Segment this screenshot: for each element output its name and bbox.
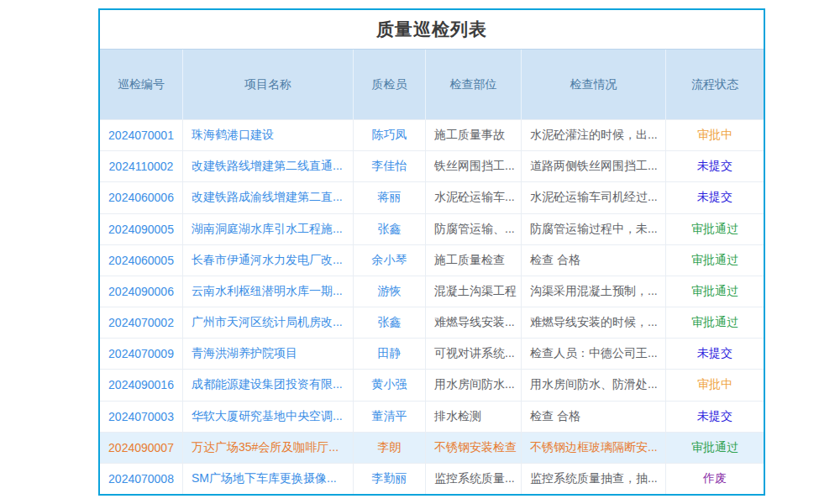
inspection-id-link[interactable]: 2024060006 [100,182,183,213]
inspection-id-link[interactable]: 2024070002 [100,307,183,338]
inspection-detail: 检查人员：中德公司王... [522,339,666,369]
inspection-part: 可视对讲系统... [426,339,522,369]
table-row[interactable]: 2024090016 成都能源建设集团投资有限... 黄小强 用水房间防水...… [100,369,764,400]
project-name-link[interactable]: 长春市伊通河水力发电厂改... [183,245,354,276]
inspection-id-link[interactable]: 2024090007 [100,433,183,463]
table-body: 2024070001 珠海鹤港口建设 陈巧凤 施工质量事故 水泥砼灌注的时候，出… [100,119,764,494]
inspection-detail: 不锈钢边框玻璃隔断安... [522,433,666,463]
table-row[interactable]: 2024070001 珠海鹤港口建设 陈巧凤 施工质量事故 水泥砼灌注的时候，出… [100,119,764,150]
inspection-id-link[interactable]: 2024070008 [100,464,183,494]
table-row[interactable]: 2024070009 青海洪湖养护院项目 田静 可视对讲系统... 检查人员：中… [100,338,764,369]
project-name-link[interactable]: 青海洪湖养护院项目 [183,339,354,369]
inspection-detail: 水泥砼运输车司机经过... [522,182,666,213]
inspection-id-link[interactable]: 2024090016 [100,370,183,400]
inspection-part: 铁丝网围挡工... [426,151,522,181]
inspector-name: 田静 [354,339,426,369]
table-row[interactable]: 2024090005 湖南洞庭湖水库引水工程施... 张鑫 防腐管运输、... … [100,213,764,244]
inspection-part: 防腐管运输、... [426,214,522,244]
inspection-id-link[interactable]: 2024090006 [100,276,183,307]
project-name-link[interactable]: 华软大厦研究基地中央空调... [183,402,354,432]
project-name-link[interactable]: 万达广场35#会所及咖啡厅... [183,433,354,463]
inspection-id-link[interactable]: 2024090005 [100,214,183,244]
inspection-id-link[interactable]: 2024110002 [100,151,183,181]
table-row[interactable]: 2024110002 改建铁路线增建第二线直通... 李佳怡 铁丝网围挡工...… [100,150,764,181]
column-header-inspection-detail: 检查情况 [522,50,666,119]
status-badge: 审批中 [666,370,764,400]
table-row[interactable]: 2024090007 万达广场35#会所及咖啡厅... 李朗 不锈钢安装检查 不… [100,432,764,463]
inspector-name: 李佳怡 [354,151,426,181]
project-name-link[interactable]: 广州市天河区统计局机房改... [183,307,354,338]
inspector-name: 李朗 [354,433,426,463]
status-badge: 审批通过 [666,214,764,244]
table-row[interactable]: 2024090006 云南水利枢纽潜明水库一期... 游恢 混凝土沟渠工程 沟渠… [100,276,764,307]
table-row[interactable]: 2024070002 广州市天河区统计局机房改... 张鑫 难燃导线安装... … [100,307,764,338]
project-name-link[interactable]: 湖南洞庭湖水库引水工程施... [183,214,354,244]
column-header-inspection-part: 检查部位 [426,50,522,119]
quality-inspection-panel: 质量巡检列表 巡检编号 项目名称 质检员 检查部位 检查情况 流程状态 2024… [98,8,765,496]
status-badge: 未提交 [666,182,764,213]
inspector-name: 张鑫 [354,214,426,244]
table-row[interactable]: 2024060005 长春市伊通河水力发电厂改... 余小琴 施工质量检查 检查… [100,244,764,276]
inspector-name: 黄小强 [354,370,426,400]
project-name-link[interactable]: 成都能源建设集团投资有限... [183,370,354,400]
inspection-part: 难燃导线安装... [426,307,522,338]
inspection-part: 混凝土沟渠工程 [426,276,522,307]
inspection-part: 监控系统质量... [426,464,522,494]
inspection-detail: 检查 合格 [522,402,666,432]
inspection-id-link[interactable]: 2024070009 [100,339,183,369]
inspection-part: 用水房间防水... [426,370,522,400]
inspector-name: 陈巧凤 [354,120,426,150]
status-badge: 未提交 [666,402,764,432]
status-badge: 审批通过 [666,307,764,338]
inspection-detail: 难燃导线安装的时候，... [522,307,666,338]
inspector-name: 李勤丽 [354,464,426,494]
status-badge: 未提交 [666,339,764,369]
status-badge: 未提交 [666,151,764,181]
table-header: 巡检编号 项目名称 质检员 检查部位 检查情况 流程状态 [100,49,764,119]
inspector-name: 张鑫 [354,307,426,338]
project-name-link[interactable]: 云南水利枢纽潜明水库一期... [183,276,354,307]
status-badge: 审批通过 [666,245,764,276]
inspector-name: 游恢 [354,276,426,307]
inspection-detail: 沟渠采用混凝土预制，... [522,276,666,307]
inspection-part: 不锈钢安装检查 [426,433,522,463]
status-badge: 审批中 [666,120,764,150]
inspection-detail: 用水房间防水、防滑处... [522,370,666,400]
column-header-inspector: 质检员 [354,50,426,119]
inspection-detail: 防腐管运输过程中，未... [522,214,666,244]
column-header-inspection-id: 巡检编号 [100,50,183,119]
inspection-detail: 道路两侧铁丝网围挡工... [522,151,666,181]
column-header-project-name: 项目名称 [183,50,354,119]
inspection-id-link[interactable]: 2024070003 [100,402,183,432]
project-name-link[interactable]: 改建铁路成渝线增建第二直... [183,182,354,213]
column-header-process-status: 流程状态 [666,50,764,119]
inspection-part: 排水检测 [426,402,522,432]
inspection-part: 施工质量检查 [426,245,522,276]
project-name-link[interactable]: 改建铁路线增建第二线直通... [183,151,354,181]
inspector-name: 蒋丽 [354,182,426,213]
table-row[interactable]: 2024060006 改建铁路成渝线增建第二直... 蒋丽 水泥砼运输车... … [100,181,764,213]
inspection-id-link[interactable]: 2024070001 [100,120,183,150]
status-badge: 审批通过 [666,276,764,307]
table-row[interactable]: 2024070003 华软大厦研究基地中央空调... 董清平 排水检测 检查 合… [100,401,764,432]
inspector-name: 董清平 [354,402,426,432]
page-title: 质量巡检列表 [100,10,764,49]
inspection-part: 水泥砼运输车... [426,182,522,213]
inspector-name: 余小琴 [354,245,426,276]
status-badge: 审批通过 [666,433,764,463]
project-name-link[interactable]: 珠海鹤港口建设 [183,120,354,150]
inspection-id-link[interactable]: 2024060005 [100,245,183,276]
inspection-detail: 水泥砼灌注的时候，出... [522,120,666,150]
inspection-part: 施工质量事故 [426,120,522,150]
inspection-detail: 检查 合格 [522,245,666,276]
status-badge: 作废 [666,464,764,494]
inspection-detail: 监控系统质量抽查，抽... [522,464,666,494]
table-row[interactable]: 2024070008 SM广场地下车库更换摄像... 李勤丽 监控系统质量...… [100,463,764,494]
project-name-link[interactable]: SM广场地下车库更换摄像... [183,464,354,494]
